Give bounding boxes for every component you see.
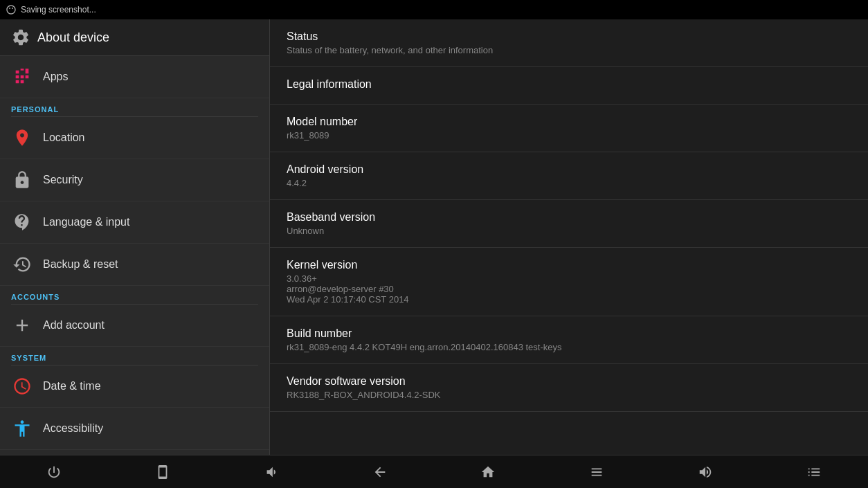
- backup-icon: [11, 253, 33, 275]
- content-item-baseband[interactable]: Baseband version Unknown: [270, 200, 868, 248]
- sidebar-item-security-label: Security: [43, 174, 83, 186]
- svg-point-0: [9, 8, 10, 9]
- sidebar-item-apps[interactable]: Apps: [0, 56, 269, 98]
- content-item-vendor[interactable]: Vendor software version RK3188_R-BOX_AND…: [270, 364, 868, 412]
- back-button[interactable]: [359, 458, 401, 486]
- sidebar-item-printing[interactable]: Printing: [0, 450, 269, 455]
- sidebar: About device Apps PERSONAL Location: [0, 19, 270, 455]
- security-icon: [11, 169, 33, 191]
- content-item-status-title: Status: [287, 30, 851, 43]
- status-bar: Saving screenshot...: [0, 0, 868, 19]
- content-item-model-title: Model number: [287, 116, 851, 128]
- content-item-vendor-title: Vendor software version: [287, 375, 851, 388]
- location-icon: [11, 127, 33, 149]
- content-item-legal[interactable]: Legal information: [270, 67, 868, 105]
- content-item-kernel[interactable]: Kernel version 3.0.36+ arron@develop-ser…: [270, 248, 868, 316]
- gear-icon: [11, 28, 30, 47]
- content-item-legal-title: Legal information: [287, 78, 851, 91]
- content-item-build-subtitle: rk31_8089-eng 4.4.2 KOT49H eng.arron.201…: [287, 342, 851, 352]
- sidebar-item-location[interactable]: Location: [0, 117, 269, 159]
- sidebar-item-security[interactable]: Security: [0, 159, 269, 201]
- content-item-kernel-title: Kernel version: [287, 259, 851, 271]
- main-layout: About device Apps PERSONAL Location: [0, 19, 868, 455]
- content-item-model-subtitle: rk31_8089: [287, 130, 851, 141]
- language-icon: [11, 211, 33, 233]
- accessibility-icon: [11, 417, 33, 440]
- status-bar-text: Saving screenshot...: [21, 5, 96, 15]
- accounts-section-label: ACCOUNTS: [0, 286, 269, 304]
- volume-up-button[interactable]: [685, 458, 726, 486]
- content-item-android[interactable]: Android version 4.4.2: [270, 152, 868, 200]
- content-item-status[interactable]: Status Status of the battery, network, a…: [270, 19, 868, 67]
- content-area: Status Status of the battery, network, a…: [270, 19, 868, 455]
- add-icon: [11, 314, 33, 336]
- sidebar-item-add-account-label: Add account: [43, 319, 105, 332]
- content-item-build[interactable]: Build number rk31_8089-eng 4.4.2 KOT49H …: [270, 316, 868, 364]
- sidebar-item-add-account[interactable]: Add account: [0, 305, 269, 347]
- system-section-label: SYSTEM: [0, 347, 269, 365]
- content-item-baseband-subtitle: Unknown: [287, 226, 851, 236]
- sidebar-item-datetime-label: Date & time: [43, 380, 101, 392]
- sidebar-item-language[interactable]: Language & input: [0, 201, 269, 244]
- content-item-android-title: Android version: [287, 163, 851, 176]
- power-button[interactable]: [33, 458, 75, 486]
- content-item-kernel-subtitle: 3.0.36+ arron@develop-server #30 Wed Apr…: [287, 273, 851, 305]
- content-item-vendor-subtitle: RK3188_R-BOX_ANDROID4.4.2-SDK: [287, 390, 851, 400]
- sidebar-item-backup[interactable]: Backup & reset: [0, 244, 269, 286]
- sidebar-item-accessibility[interactable]: Accessibility: [0, 408, 269, 450]
- volume-down-button[interactable]: [251, 458, 292, 486]
- content-item-status-subtitle: Status of the battery, network, and othe…: [287, 45, 851, 55]
- sidebar-item-accessibility-label: Accessibility: [43, 422, 103, 435]
- sidebar-item-backup-label: Backup & reset: [43, 258, 118, 271]
- datetime-icon: [11, 375, 33, 397]
- screenshot-button[interactable]: [142, 458, 183, 486]
- sidebar-item-datetime[interactable]: Date & time: [0, 365, 269, 408]
- svg-point-1: [12, 8, 13, 9]
- sidebar-item-apps-label: Apps: [43, 71, 68, 83]
- sidebar-header: About device: [0, 19, 269, 56]
- sidebar-item-location-label: Location: [43, 132, 85, 144]
- personal-section-label: PERSONAL: [0, 98, 269, 116]
- bottom-nav: [0, 455, 868, 488]
- sidebar-item-language-label: Language & input: [43, 216, 129, 228]
- android-icon: [6, 4, 17, 15]
- apps-icon: [11, 66, 33, 88]
- content-item-baseband-title: Baseband version: [287, 211, 851, 224]
- recents-button[interactable]: [576, 458, 617, 486]
- sidebar-header-title: About device: [37, 30, 109, 45]
- content-item-build-title: Build number: [287, 327, 851, 340]
- content-item-model[interactable]: Model number rk31_8089: [270, 105, 868, 152]
- menu-button[interactable]: [793, 458, 835, 486]
- home-button[interactable]: [467, 458, 509, 486]
- content-item-android-subtitle: 4.4.2: [287, 178, 851, 188]
